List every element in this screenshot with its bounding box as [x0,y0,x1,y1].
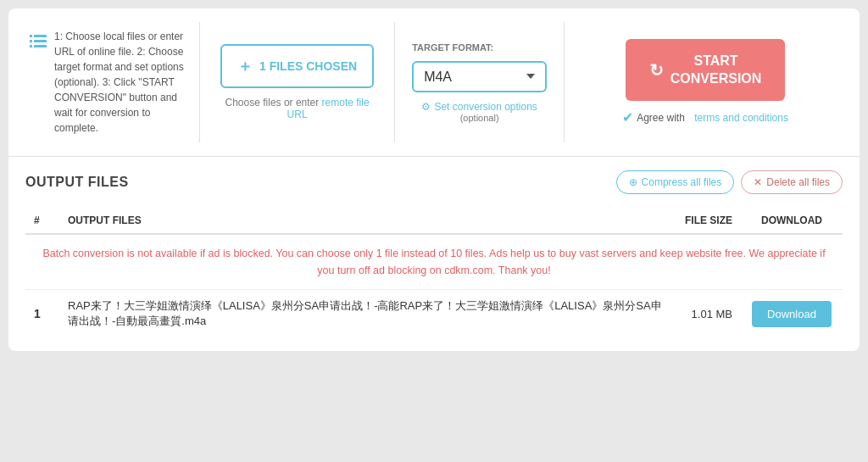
delete-all-button[interactable]: ✕ Delete all files [741,170,843,194]
format-select[interactable]: M4A MP3 MP4 WAV FLAC AAC OGG [412,61,547,92]
svg-rect-5 [34,45,47,47]
start-conversion-button[interactable]: ↻ START CONVERSION [626,39,786,102]
svg-rect-1 [34,35,47,37]
download-button[interactable]: Download [752,301,832,327]
format-section: TARGET FORMAT: M4A MP3 MP4 WAV FLAC AAC … [395,22,565,142]
set-options-label: Set conversion options [434,101,537,113]
checkmark-icon: ✔ [622,109,633,125]
start-conversion-label: START CONVERSION [670,53,762,88]
step-instructions: 1: Choose local files or enter URL of on… [22,22,200,142]
svg-rect-3 [34,40,47,42]
svg-rect-2 [30,40,32,42]
gear-icon: ⚙ [421,101,431,113]
terms-link[interactable]: terms and conditions [694,112,788,124]
table-header-row: # OUTPUT FILES FILE SIZE DOWNLOAD [25,208,843,234]
files-chosen-button[interactable]: ＋ 1 FILES CHOSEN [220,44,374,88]
col-num: # [25,208,59,234]
file-name: RAP来了！大三学姐激情演绎《LALISA》泉州分SA申请出战！-高能RAP来了… [59,290,673,338]
format-label: TARGET FORMAT: [412,42,493,53]
compress-icon: ⊕ [629,176,637,188]
warning-text: Batch conversion is not available if ad … [34,245,834,279]
file-size: 1.01 MB [673,290,741,338]
col-files: OUTPUT FILES [59,208,673,234]
instruction-text: 1: Choose local files or enter URL of on… [54,29,186,136]
list-icon [29,31,47,58]
warning-row: Batch conversion is not available if ad … [25,234,843,290]
refresh-icon: ↻ [649,59,664,81]
delete-icon: ✕ [754,176,762,188]
output-section: OUTPUT FILES ⊕ Compress all files ✕ Dele… [8,157,860,351]
agree-text: ✔ Agree with terms and conditions [622,109,788,125]
compress-all-button[interactable]: ⊕ Compress all files [616,170,735,194]
svg-rect-4 [30,45,32,47]
row-number: 1 [25,290,59,338]
plus-icon: ＋ [237,56,253,76]
output-title: OUTPUT FILES [25,175,129,190]
table-row: 1 RAP来了！大三学姐激情演绎《LALISA》泉州分SA申请出战！-高能RAP… [25,290,843,338]
top-section: 1: Choose local files or enter URL of on… [8,8,860,157]
file-choose-section: ＋ 1 FILES CHOSEN Choose files or enter r… [200,22,395,142]
col-download: DOWNLOAD [741,208,843,234]
conversion-section: ↻ START CONVERSION ✔ Agree with terms an… [565,22,846,142]
remote-url-text: Choose files or enter remote file URL [220,97,374,120]
svg-rect-0 [30,35,32,37]
col-size: FILE SIZE [673,208,741,234]
output-table: # OUTPUT FILES FILE SIZE DOWNLOAD Batch … [25,208,843,337]
output-actions: ⊕ Compress all files ✕ Delete all files [616,170,843,194]
output-header: OUTPUT FILES ⊕ Compress all files ✕ Dele… [25,170,843,194]
optional-label: (optional) [421,113,537,123]
files-chosen-label: 1 FILES CHOSEN [259,59,357,73]
set-options-link[interactable]: ⚙ Set conversion options [421,101,537,113]
